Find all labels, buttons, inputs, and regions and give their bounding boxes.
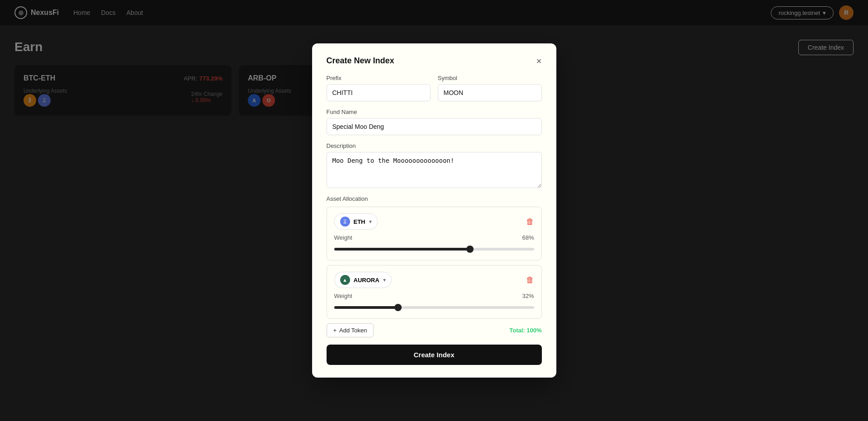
aurora-token-name: AURORA [354,277,379,284]
modal-header: Create New Index × [327,56,542,66]
prefix-label: Prefix [327,75,431,81]
symbol-group: Symbol [438,75,542,101]
aurora-slider-container [334,303,534,312]
modal-title: Create New Index [327,56,394,66]
add-token-row: + Add Token Total: 100% [327,323,542,337]
description-group: Description Moo Deng to the Mooooooooooo… [327,142,542,188]
eth-weight-value: 68% [522,234,534,241]
aurora-asset-card: ▲ AURORA ▾ 🗑 Weight 32% [327,265,542,319]
aurora-delete-button[interactable]: 🗑 [526,275,534,285]
prefix-symbol-row: Prefix Symbol [327,75,542,101]
fund-name-label: Fund Name [327,109,542,115]
add-token-button[interactable]: + Add Token [327,323,374,337]
prefix-input[interactable] [327,84,431,101]
description-label: Description [327,142,542,149]
total-label: Total: 100% [509,327,541,334]
symbol-label: Symbol [438,75,542,81]
aurora-weight-label: Weight [334,293,352,299]
description-input[interactable]: Moo Deng to the Mooooooooooooon! [327,152,542,188]
modal-close-button[interactable]: × [536,57,542,66]
create-index-modal-button[interactable]: Create Index [327,345,542,365]
eth-slider-container [334,245,534,254]
eth-token-select[interactable]: Ξ ETH ▾ [334,213,378,230]
add-token-label: Add Token [339,327,367,334]
eth-asset-card: Ξ ETH ▾ 🗑 Weight 68% [327,207,542,260]
aurora-chevron-icon: ▾ [383,277,386,283]
aurora-token-select[interactable]: ▲ AURORA ▾ [334,272,392,288]
aurora-token-icon: ▲ [340,275,350,285]
eth-token-name: ETH [354,218,365,225]
fund-name-input[interactable] [327,118,542,135]
eth-weight-label: Weight [334,234,352,241]
symbol-input[interactable] [438,84,542,101]
add-token-plus-icon: + [333,327,337,334]
asset-allocation-section: Asset Allocation Ξ ETH ▾ 🗑 Weight 68% [327,195,542,319]
eth-delete-button[interactable]: 🗑 [526,217,534,227]
eth-chevron-icon: ▾ [369,219,372,225]
fund-name-group: Fund Name [327,109,542,135]
modal-overlay: Create New Index × Prefix Symbol Fund Na… [0,0,868,421]
asset-allocation-label: Asset Allocation [327,195,542,202]
create-index-modal: Create New Index × Prefix Symbol Fund Na… [312,43,556,378]
prefix-group: Prefix [327,75,431,101]
eth-token-icon: Ξ [340,217,350,227]
aurora-weight-value: 32% [522,293,534,299]
